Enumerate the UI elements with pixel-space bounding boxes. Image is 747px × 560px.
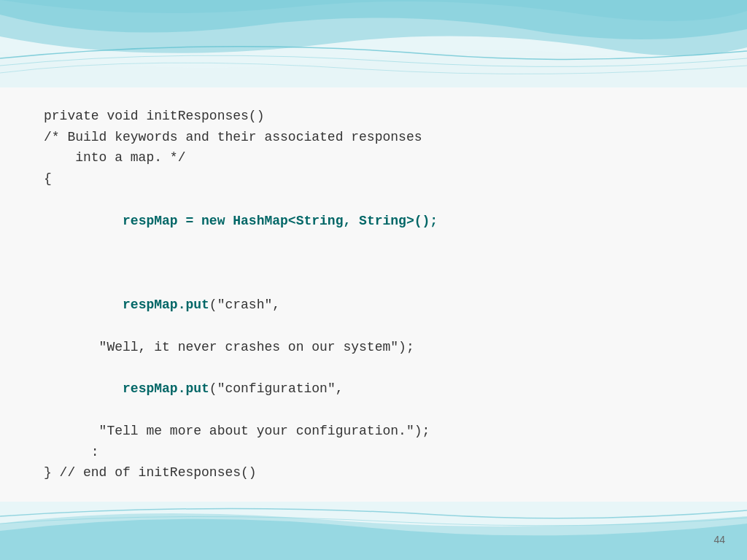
code-line-4: {: [44, 168, 703, 190]
code-line-7: respMap.put("crash",: [44, 273, 703, 336]
code-line-9: respMap.put("configuration",: [44, 357, 703, 420]
code-line-6: [44, 252, 703, 273]
code-normal-2: ("crash",: [209, 298, 280, 312]
code-line-11: :: [44, 442, 703, 463]
code-line-5: respMap = new HashMap<String, String>();: [44, 190, 703, 252]
page-number: 44: [713, 534, 725, 545]
code-line-10: "Tell me more about your configuration."…: [44, 421, 703, 442]
code-line-12: } // end of initResponses(): [44, 462, 703, 483]
code-keyword-3: respMap.put: [107, 381, 209, 396]
code-keyword-1: respMap = new HashMap<String, String>();: [107, 214, 438, 228]
code-block: private void initResponses() /* Build ke…: [44, 106, 703, 483]
wave-bottom-decoration: [0, 502, 747, 560]
slide: private void initResponses() /* Build ke…: [0, 0, 747, 560]
code-line-2: /* Build keywords and their associated r…: [44, 127, 703, 148]
code-line-3: into a map. */: [44, 147, 703, 168]
code-keyword-2: respMap.put: [107, 298, 209, 312]
code-line-1: private void initResponses(): [44, 106, 703, 127]
wave-top-decoration: [0, 0, 747, 88]
code-content: private void initResponses() /* Build ke…: [44, 88, 703, 502]
code-normal-3: ("configuration",: [209, 381, 344, 396]
code-line-8: "Well, it never crashes on our system");: [44, 337, 703, 358]
